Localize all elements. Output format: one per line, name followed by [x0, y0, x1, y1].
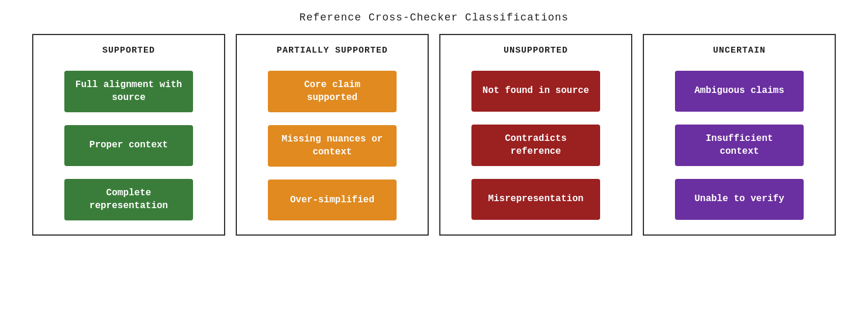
column-header-partially-supported: PARTIALLY SUPPORTED [277, 46, 388, 56]
badge-uncertain-2: Unable to verify [675, 179, 804, 220]
badge-uncertain-1: Insufficient context [675, 125, 804, 166]
column-header-uncertain: UNCERTAIN [713, 46, 766, 56]
column-unsupported: UNSUPPORTEDNot found in sourceContradict… [439, 34, 632, 236]
badge-unsupported-2: Misrepresentation [471, 179, 600, 220]
badge-unsupported-0: Not found in source [471, 71, 600, 112]
badge-unsupported-1: Contradicts reference [471, 125, 600, 166]
badge-supported-1: Proper context [64, 125, 193, 166]
classification-columns: SUPPORTEDFull alignment with sourcePrope… [12, 34, 856, 236]
column-uncertain: UNCERTAINAmbiguous claimsInsufficient co… [643, 34, 836, 236]
column-supported: SUPPORTEDFull alignment with sourcePrope… [32, 34, 225, 236]
badge-supported-0: Full alignment with source [64, 71, 193, 112]
column-partially-supported: PARTIALLY SUPPORTEDCore claim supportedM… [236, 34, 429, 236]
column-header-unsupported: UNSUPPORTED [504, 46, 568, 56]
badge-partially-supported-0: Core claim supported [268, 71, 397, 112]
badge-partially-supported-2: Over-simplified [268, 179, 397, 220]
page-title: Reference Cross-Checker Classifications [299, 12, 569, 23]
column-header-supported: SUPPORTED [102, 46, 155, 56]
badge-uncertain-0: Ambiguous claims [675, 71, 804, 112]
badge-partially-supported-1: Missing nuances or context [268, 125, 397, 167]
badge-supported-2: Complete representation [64, 179, 193, 220]
